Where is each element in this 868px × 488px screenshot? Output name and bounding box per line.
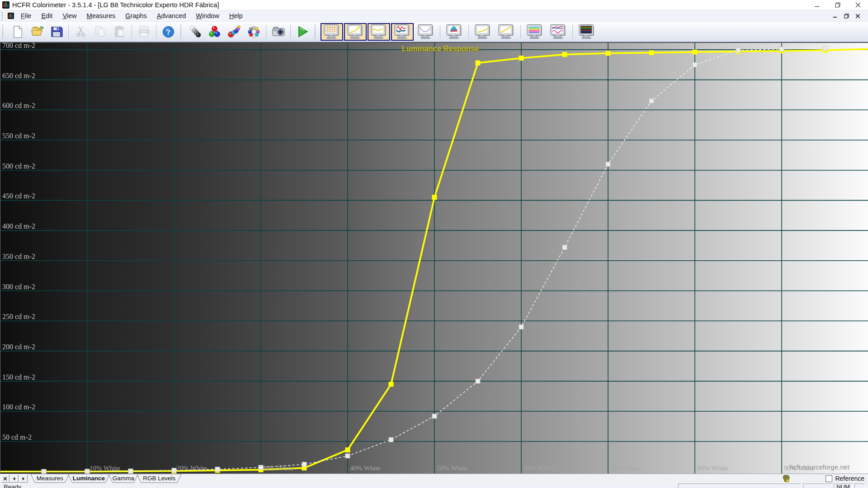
svg-text:50 cd m-2: 50 cd m-2 — [2, 433, 32, 441]
restore-button[interactable] — [827, 0, 848, 10]
view-color-temp-button[interactable] — [415, 23, 437, 41]
view-cie-chart-button[interactable] — [443, 23, 466, 41]
toolbar-separator — [290, 25, 291, 38]
toolbar-grip[interactable] — [315, 25, 318, 38]
toolbar-separator — [520, 25, 521, 38]
toolbar-separator — [68, 25, 69, 38]
view-gamma-curve-button[interactable] — [344, 23, 367, 41]
run-measures-icon — [296, 25, 310, 39]
luminance-response-chart: 50 cd m-2100 cd m-2150 cd m-2200 cd m-22… — [0, 42, 868, 474]
save-icon — [49, 25, 63, 39]
statusbar: Ready NUM — [0, 483, 868, 488]
menu-window[interactable]: Window — [191, 11, 224, 20]
copy-icon — [93, 25, 107, 39]
cut-button — [71, 23, 90, 40]
print-icon — [137, 25, 151, 39]
scroll-tabs-left-button[interactable] — [10, 474, 19, 483]
snapshot-camera-icon — [271, 25, 285, 39]
svg-text:550 cd m-2: 550 cd m-2 — [2, 132, 35, 140]
snapshot-camera-button[interactable] — [269, 23, 288, 40]
menu-view[interactable]: View — [57, 11, 81, 20]
new-document-button[interactable] — [8, 23, 27, 40]
titlebar: HCFR Colorimeter - 3.5.1.4 - [LG B8 Tech… — [0, 0, 868, 10]
svg-text:Gamma: Gamma — [113, 475, 135, 482]
menu-help[interactable]: Help — [224, 11, 248, 20]
svg-text:20% White: 20% White — [176, 465, 207, 472]
hcfr-app-icon — [2, 1, 9, 9]
svg-text:300 cd m-2: 300 cd m-2 — [2, 283, 35, 291]
open-folder-icon — [30, 25, 44, 39]
toolbar-grip[interactable] — [2, 25, 5, 38]
mdi-minimize-button[interactable] — [830, 11, 841, 20]
view-gamma-line-button[interactable] — [495, 23, 518, 41]
svg-text:60% White: 60% White — [524, 465, 554, 472]
minimize-button[interactable] — [807, 0, 827, 10]
view-measures-table-button[interactable] — [321, 23, 343, 41]
toolbar-separator — [468, 25, 469, 38]
view-rgb-histogram-button[interactable] — [524, 23, 546, 41]
help-icon: ? — [161, 25, 175, 39]
new-document-icon — [10, 25, 24, 39]
view-cie-chart-icon — [445, 24, 463, 39]
measure-saturations-button[interactable] — [245, 23, 263, 40]
svg-text:80% White: 80% White — [697, 465, 728, 472]
copy-button — [91, 23, 109, 40]
svg-text:450 cd m-2: 450 cd m-2 — [2, 192, 35, 200]
status-cell-num: NUM — [834, 483, 853, 488]
svg-text:Luminance: Luminance — [73, 475, 105, 482]
close-button[interactable] — [848, 0, 868, 10]
scroll-tabs-right-button[interactable] — [19, 474, 28, 483]
mdi-close-button[interactable] — [852, 11, 863, 20]
view-gamma-line-icon — [497, 24, 515, 39]
toolbar-separator — [572, 25, 573, 38]
chart-title: Luminance Response — [402, 44, 479, 52]
measure-secondaries-icon — [227, 25, 241, 39]
view-luminance-log-button[interactable] — [472, 23, 494, 41]
toolbar-separator — [440, 25, 440, 38]
view-color-tracking-icon — [549, 24, 567, 39]
view-free-measures-icon — [578, 24, 596, 39]
close-tab-button[interactable] — [1, 474, 9, 483]
svg-text:30% White: 30% White — [263, 465, 294, 472]
view-rgb-levels-button[interactable] — [391, 23, 414, 41]
svg-text:Measures: Measures — [37, 475, 64, 482]
reference-checkbox-label: Reference — [835, 475, 864, 482]
svg-text:600 cd m-2: 600 cd m-2 — [2, 102, 35, 109]
menu-file[interactable]: File — [16, 11, 36, 20]
view-rgb-histogram-icon — [526, 24, 544, 39]
svg-text:70% White: 70% White — [610, 465, 641, 472]
mdi-restore-button[interactable] — [841, 11, 852, 20]
measure-primaries-button[interactable] — [206, 23, 224, 40]
paste-icon — [113, 25, 127, 39]
window-title: HCFR Colorimeter - 3.5.1.4 - [LG B8 Tech… — [12, 1, 219, 9]
menu-graphs[interactable]: Graphs — [120, 11, 152, 20]
toolbar-grip[interactable] — [180, 25, 184, 38]
sensor-status-icon — [782, 475, 790, 483]
svg-text:650 cd m-2: 650 cd m-2 — [2, 72, 35, 80]
open-folder-button[interactable] — [28, 23, 46, 40]
measure-grayscale-icon — [189, 25, 203, 39]
status-message: Ready — [4, 483, 21, 488]
view-luminance-curve-icon — [370, 24, 388, 39]
menubar-grip[interactable] — [2, 12, 5, 20]
menu-edit[interactable]: Edit — [36, 11, 57, 20]
x-axis-labels: 10% White20% White30% White40% White50% … — [90, 465, 815, 472]
view-free-measures-button[interactable] — [576, 23, 598, 41]
status-cell-scrl — [854, 483, 865, 488]
view-tabs: MeasuresLuminanceGammaRGB Levels — [30, 474, 265, 483]
menu-advanced[interactable]: Advanced — [152, 11, 191, 20]
menu-measures[interactable]: Measures — [82, 11, 121, 20]
view-luminance-curve-button[interactable] — [368, 23, 390, 41]
help-button[interactable]: ? — [159, 23, 178, 40]
reference-checkbox[interactable] — [826, 475, 832, 482]
measure-saturations-icon — [247, 25, 261, 39]
svg-text:400 cd m-2: 400 cd m-2 — [2, 222, 35, 230]
save-button[interactable] — [47, 23, 66, 40]
measure-secondaries-button[interactable] — [225, 23, 244, 40]
measure-primaries-icon — [208, 25, 222, 39]
view-color-tracking-button[interactable] — [547, 23, 570, 41]
run-measures-button[interactable] — [293, 23, 312, 40]
svg-text:10% White: 10% White — [90, 465, 120, 472]
status-cell-wide — [678, 483, 801, 488]
measure-grayscale-button[interactable] — [186, 23, 205, 40]
